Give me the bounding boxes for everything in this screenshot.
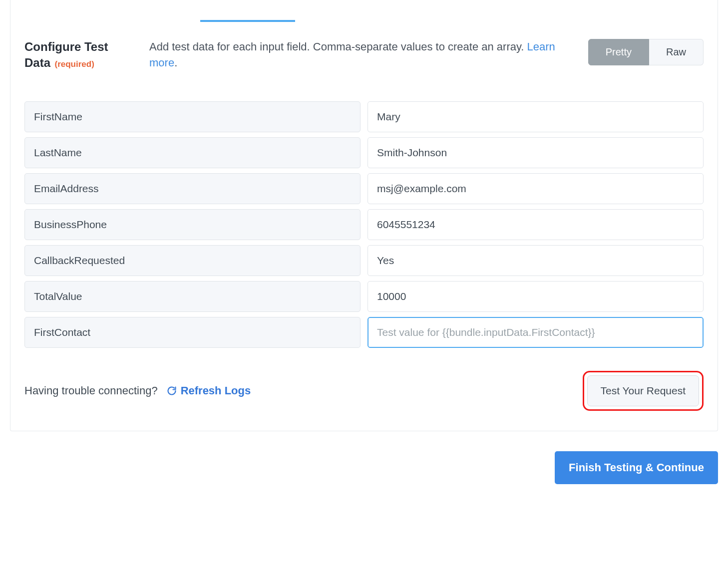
- pretty-toggle-button[interactable]: Pretty: [588, 39, 649, 65]
- tab-indicator: [200, 20, 295, 22]
- test-button-highlight: Test Your Request: [583, 371, 704, 411]
- field-label: BusinessPhone: [24, 209, 361, 240]
- trouble-text: Having trouble connecting?: [24, 384, 158, 397]
- section-description: Add test data for each input field. Comm…: [149, 39, 568, 71]
- field-input-firstcontact[interactable]: [367, 317, 704, 348]
- field-label: CallbackRequested: [24, 245, 361, 276]
- description-text: Add test data for each input field. Comm…: [149, 40, 527, 53]
- field-label: FirstContact: [24, 317, 361, 348]
- raw-toggle-button[interactable]: Raw: [649, 39, 704, 65]
- test-your-request-button[interactable]: Test Your Request: [587, 375, 699, 406]
- trouble-row: Having trouble connecting? Refresh Logs …: [24, 368, 704, 411]
- refresh-logs-label: Refresh Logs: [181, 384, 251, 397]
- field-label: EmailAddress: [24, 173, 361, 204]
- refresh-icon: [167, 386, 177, 396]
- field-label: FirstName: [24, 101, 361, 132]
- field-input-totalvalue[interactable]: [367, 281, 704, 312]
- section-title-block: Configure Test Data (required): [24, 39, 129, 71]
- header-row: Configure Test Data (required) Add test …: [24, 39, 704, 71]
- config-panel: Configure Test Data (required) Add test …: [10, 0, 718, 431]
- finish-row: Finish Testing & Continue: [10, 451, 718, 484]
- field-input-callbackrequested[interactable]: [367, 245, 704, 276]
- refresh-logs-link[interactable]: Refresh Logs: [167, 384, 251, 397]
- view-toggle: Pretty Raw: [588, 39, 704, 65]
- description-suffix: .: [174, 56, 177, 69]
- field-input-emailaddress[interactable]: [367, 173, 704, 204]
- field-input-firstname[interactable]: [367, 101, 704, 132]
- field-label: TotalValue: [24, 281, 361, 312]
- field-input-businessphone[interactable]: [367, 209, 704, 240]
- field-label: LastName: [24, 137, 361, 168]
- finish-testing-continue-button[interactable]: Finish Testing & Continue: [555, 451, 718, 484]
- field-input-lastname[interactable]: [367, 137, 704, 168]
- test-data-form: FirstName LastName EmailAddress Business…: [24, 101, 704, 348]
- required-label: (required): [54, 59, 94, 69]
